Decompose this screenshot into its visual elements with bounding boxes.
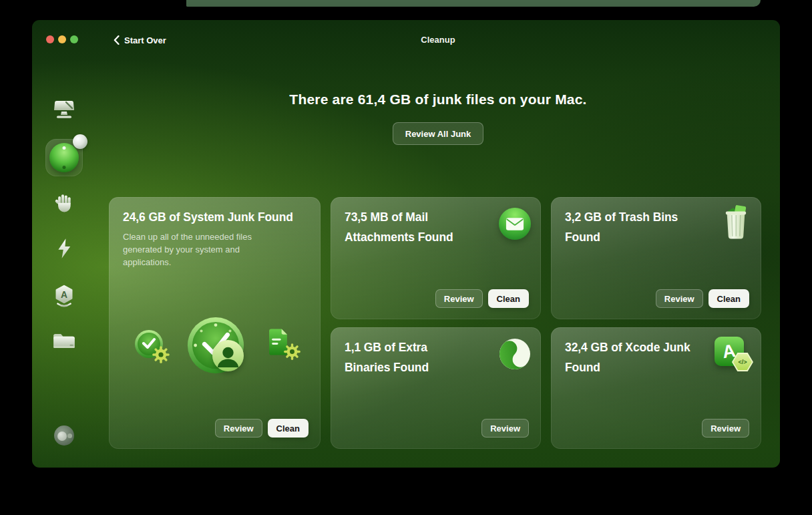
display-icon (52, 99, 76, 120)
clean-button[interactable]: Clean (488, 289, 529, 308)
lightning-icon (55, 238, 73, 259)
apps-hexagon-icon: A (53, 285, 75, 307)
cleanup-sphere-icon (49, 143, 79, 172)
background-window-edge (186, 0, 761, 7)
sidebar-item-applications[interactable]: A (53, 285, 75, 307)
card-mail-attachments: 73,5 MB of Mail Attachments Found Review… (331, 197, 541, 319)
trash-icon (721, 204, 751, 243)
review-button[interactable]: Review (702, 419, 749, 438)
junk-summary-headline: There are 61,4 GB of junk files on your … (96, 92, 780, 108)
desktop: Start Over Cleanup (0, 0, 812, 515)
page-title: Cleanup (96, 35, 780, 45)
clock-check-user-icon (187, 317, 267, 390)
card-title: 24,6 GB of System Junk Found (123, 207, 307, 227)
notification-badge (73, 134, 87, 149)
sidebar: A (32, 20, 96, 468)
sidebar-item-my-clutter[interactable] (52, 331, 76, 350)
mail-icon (499, 208, 531, 240)
card-system-junk: 24,6 GB of System Junk Found Clean up al… (109, 197, 321, 449)
card-trash-bins: 3,2 GB of Trash Bins Found Review Clean (551, 197, 761, 319)
sidebar-item-smart-care[interactable] (52, 99, 76, 120)
review-button[interactable]: Review (215, 419, 262, 438)
review-button[interactable]: Review (656, 289, 703, 308)
card-xcode-junk: 32,4 GB of Xcode Junk Found A </> Review (551, 327, 761, 449)
svg-text:A: A (61, 289, 67, 300)
assistant-icon (54, 425, 74, 446)
clock-gear-icon (134, 329, 178, 369)
review-button[interactable]: Review (481, 419, 529, 438)
sidebar-item-performance[interactable] (55, 238, 73, 259)
folder-icon (52, 331, 76, 350)
review-all-junk-button[interactable]: Review All Junk (393, 122, 484, 145)
app-window: Start Over Cleanup (32, 20, 780, 468)
hand-icon (53, 192, 75, 215)
card-title: 3,2 GB of Trash Bins Found (565, 207, 748, 247)
sidebar-item-protection[interactable] (53, 192, 75, 215)
binaries-icon (499, 338, 531, 370)
sidebar-item-assistant[interactable] (54, 425, 74, 446)
cleanup-cards-grid: 24,6 GB of System Junk Found Clean up al… (109, 197, 761, 449)
user-avatar-icon (212, 340, 244, 371)
sidebar-item-cleanup[interactable] (45, 139, 83, 176)
clean-button[interactable]: Clean (268, 419, 309, 438)
document-gear-icon (267, 328, 309, 367)
review-button[interactable]: Review (435, 289, 483, 308)
card-extra-binaries: 1,1 GB of Extra Binaries Found Review (331, 327, 541, 449)
clean-button[interactable]: Clean (708, 289, 749, 308)
card-description: Clean up all of the unneeded files gener… (123, 230, 290, 269)
xcode-icon: A </> (715, 337, 753, 371)
